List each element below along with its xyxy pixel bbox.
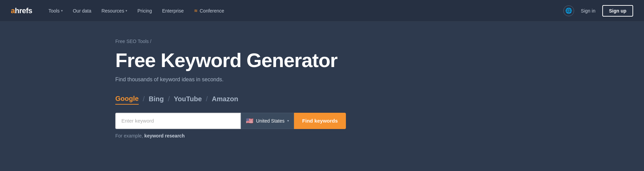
page-title: Free Keyword Generator [115, 49, 644, 71]
tab-bing[interactable]: Bing [149, 94, 163, 104]
conference-icon: ≋ [194, 8, 198, 13]
hero-subtitle: Find thousands of keyword ideas in secon… [115, 77, 644, 83]
tab-separator-2: / [168, 95, 170, 103]
breadcrumb-separator: / [150, 39, 151, 44]
logo[interactable]: ahrefs [11, 6, 32, 15]
chevron-down-icon: ▾ [125, 9, 127, 13]
tab-youtube[interactable]: YouTube [174, 94, 202, 104]
logo-a: a [11, 6, 15, 15]
language-button[interactable]: 🌐 [563, 5, 574, 16]
main-content: Free SEO Tools / Free Keyword Generator … [0, 22, 644, 159]
tab-google[interactable]: Google [115, 93, 139, 105]
keyword-input[interactable] [115, 113, 241, 129]
example-text: For example, keyword research [115, 133, 644, 138]
navbar: ahrefs Tools ▾ Our data Resources ▾ Pric… [0, 0, 644, 22]
nav-item-enterprise[interactable]: Enterprise [158, 5, 188, 16]
engine-tabs: Google / Bing / YouTube / Amazon [115, 93, 644, 105]
logo-hrefs: hrefs [15, 6, 32, 15]
chevron-down-icon: ▾ [61, 9, 63, 13]
tab-separator-3: / [206, 95, 208, 103]
nav-right: 🌐 Sign in Sign up [563, 5, 633, 17]
tab-amazon[interactable]: Amazon [212, 94, 238, 104]
signup-button[interactable]: Sign up [602, 5, 633, 17]
example-prefix: For example, [115, 133, 143, 138]
nav-item-resources[interactable]: Resources ▾ [97, 5, 131, 16]
find-keywords-button[interactable]: Find keywords [294, 113, 346, 129]
nav-item-tools[interactable]: Tools ▾ [44, 5, 67, 16]
nav-links: Tools ▾ Our data Resources ▾ Pricing Ent… [44, 5, 563, 16]
nav-item-pricing[interactable]: Pricing [133, 5, 156, 16]
tab-separator-1: / [143, 95, 145, 103]
breadcrumb: Free SEO Tools / [115, 39, 644, 44]
signin-button[interactable]: Sign in [580, 5, 597, 16]
example-keyword: keyword research [144, 133, 185, 138]
country-selector[interactable]: 🇺🇸 United States ▾ [241, 113, 294, 129]
search-row: 🇺🇸 United States ▾ Find keywords [115, 113, 644, 129]
nav-item-ourdata[interactable]: Our data [69, 5, 95, 16]
nav-item-conference[interactable]: ≋ Conference [190, 5, 228, 16]
country-name-label: United States [256, 118, 285, 124]
country-chevron-icon: ▾ [287, 119, 289, 123]
breadcrumb-parent[interactable]: Free SEO Tools [115, 39, 149, 44]
country-flag: 🇺🇸 [246, 117, 253, 125]
globe-icon: 🌐 [565, 7, 572, 14]
